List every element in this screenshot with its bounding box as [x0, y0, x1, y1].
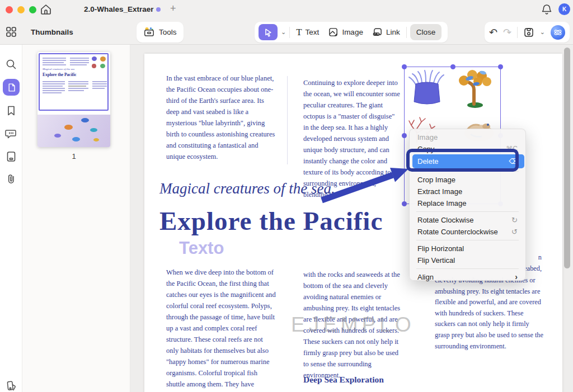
image-tool-icon [328, 27, 339, 37]
redo-icon[interactable]: ↷ [503, 27, 511, 37]
save-chevron-icon[interactable]: ⌄ [540, 29, 545, 36]
column-divider [287, 76, 288, 164]
toolbox-icon [143, 26, 155, 38]
selection-handle[interactable] [402, 133, 407, 138]
selection-handle[interactable] [498, 64, 503, 69]
minimize-window-button[interactable] [17, 6, 25, 13]
tools-label: Tools [159, 28, 177, 36]
edit-toolbar: ⌄ T Text Image Link Close [255, 22, 448, 42]
tree-coral-image [459, 70, 491, 108]
swatches-palette-icon[interactable] [5, 380, 17, 392]
text-tool-button[interactable]: T Text [293, 27, 322, 38]
menu-item-rotate-clockwise[interactable]: Rotate Clockwise↻ [410, 214, 525, 226]
paragraph-bottom-right[interactable]: cleverly avoiding natural enemies or amb… [435, 275, 543, 352]
app-grid-icon[interactable] [5, 26, 17, 38]
toolbar-divider [406, 27, 407, 38]
menu-item-rotate-counterclockwise[interactable]: Rotate Counterclockwise↺ [410, 226, 525, 238]
context-menu-header: Image [410, 131, 525, 143]
menu-separator [416, 240, 519, 240]
document-canvas: In the vast embrace of our blue planet, … [130, 45, 573, 392]
menu-item-flip-vertical[interactable]: Flip Vertical [410, 254, 525, 266]
close-edit-button[interactable]: Close [410, 24, 442, 40]
selection-handle[interactable] [450, 64, 455, 69]
menu-separator [416, 268, 519, 269]
left-icon-rail [0, 45, 22, 392]
menu-item-crop-image[interactable]: Crop Image [410, 174, 525, 186]
text-tool-label: Text [306, 28, 320, 36]
menu-item-replace-image[interactable]: Replace Image [410, 197, 525, 209]
thumbnail-viewport-indicator [39, 53, 109, 111]
link-tool-label: Link [386, 28, 400, 36]
deep-sea-heading[interactable]: Deep Sea Exploration [303, 375, 384, 385]
stamp-icon[interactable] [5, 150, 17, 163]
home-icon[interactable] [39, 3, 53, 16]
thumbnails-panel: Magical creatures of the sea. Explore th… [22, 45, 130, 392]
sidebar-item-thumbnails-active[interactable] [3, 79, 20, 96]
arrow-annotation [315, 163, 416, 208]
doc-subtitle[interactable]: Magical creatures of the sea. [159, 180, 335, 197]
menu-item-align[interactable]: Align› [410, 271, 525, 283]
menu-item-flip-horizontal[interactable]: Flip Horizontal [410, 243, 525, 254]
rotate-clockwise-icon: ↻ [511, 214, 518, 226]
search-icon[interactable] [5, 58, 17, 70]
new-tab-button[interactable]: + [170, 3, 176, 15]
sea-anemone-image [409, 70, 444, 104]
close-window-button[interactable] [6, 6, 13, 13]
selection-handle[interactable] [402, 64, 407, 69]
save-icon[interactable] [523, 27, 534, 38]
unsaved-indicator-dot [156, 7, 161, 12]
notifications-bell-icon[interactable] [541, 3, 553, 16]
text-tool-icon: T [296, 27, 302, 38]
document-tab-title[interactable]: 2.0-Whales_Extraer [84, 5, 154, 13]
menu-item-extract-image[interactable]: Extract Image [410, 186, 525, 197]
paragraph-bottom-left[interactable]: When we dive deep into the bottom of the… [166, 267, 276, 392]
page-thumbnail[interactable]: Magical creatures of the sea. Explore th… [37, 52, 110, 147]
ejemplo-watermark: EJEMPLO [291, 313, 415, 337]
tools-button[interactable]: Tools [137, 22, 184, 42]
bookmark-icon[interactable] [5, 105, 17, 117]
submenu-chevron-icon: › [515, 271, 518, 283]
thumbnails-panel-title: Thumbnails [31, 28, 73, 36]
image-tool-button[interactable]: Image [325, 27, 366, 37]
rotate-counterclockwise-icon: ↺ [511, 226, 518, 238]
texto-placeholder-label[interactable]: Texto [179, 238, 224, 258]
ai-assistant-button[interactable] [551, 25, 565, 40]
mini-reef-photo [37, 115, 110, 147]
image-tool-label: Image [342, 28, 363, 36]
link-tool-button[interactable]: Link [369, 27, 403, 37]
link-tool-icon [372, 27, 383, 37]
delete-highlight-annotation [406, 149, 519, 172]
vertical-scrollbar[interactable] [564, 48, 570, 268]
header-bar: 2.0-Whales_Extraer + K Thumbnails Tools … [0, 0, 573, 45]
close-label: Close [416, 28, 436, 36]
paragraph-top-left[interactable]: In the vast embrace of our blue planet, … [166, 73, 276, 162]
history-save-toolbar: ↶ ↷ ⌄ [485, 22, 570, 42]
attachment-paperclip-icon[interactable] [5, 173, 17, 185]
maximize-window-button[interactable] [29, 6, 36, 13]
comments-icon[interactable] [5, 127, 17, 140]
menu-separator [416, 211, 519, 212]
select-tool-chevron-icon[interactable]: ⌄ [281, 29, 286, 36]
cursor-icon [263, 27, 273, 37]
page-number-label: 1 [37, 152, 110, 160]
toolbar-divider [289, 27, 290, 38]
undo-icon[interactable]: ↶ [489, 27, 497, 37]
doc-title[interactable]: Explore the Pacific [159, 206, 383, 236]
select-tool-button[interactable] [259, 24, 278, 40]
toolbar-divider [517, 27, 518, 38]
user-avatar[interactable]: K [558, 3, 570, 15]
